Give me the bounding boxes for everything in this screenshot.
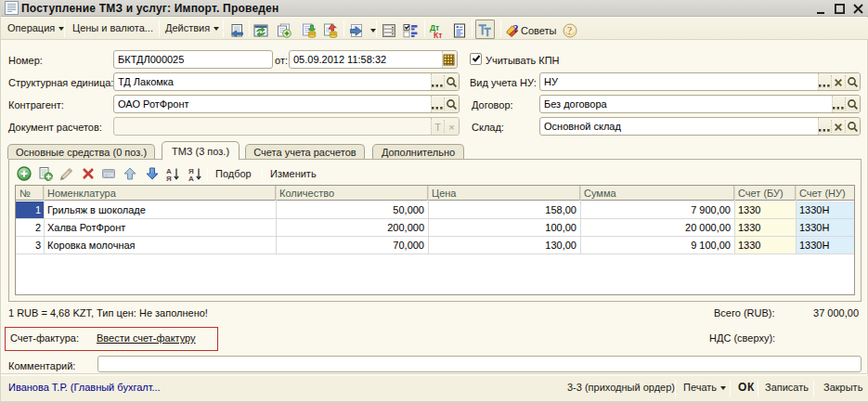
svg-text:?: ? [513, 23, 519, 35]
svg-text:?: ? [567, 25, 572, 36]
svg-text:А: А [188, 175, 194, 182]
svg-text:Я: Я [166, 175, 172, 182]
svg-text:ГОК: ГОК [104, 172, 114, 177]
svg-text:Кт: Кт [434, 31, 442, 39]
